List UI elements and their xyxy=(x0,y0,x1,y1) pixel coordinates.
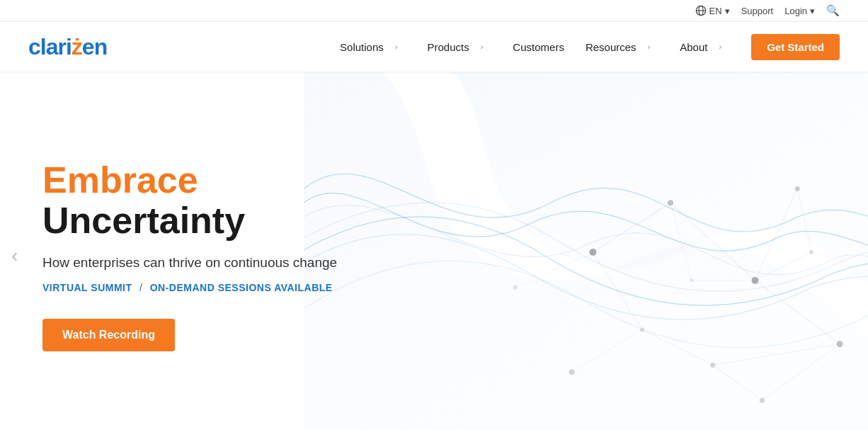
solutions-chevron: › xyxy=(387,37,406,57)
watch-recording-button[interactable]: Watch Recording xyxy=(42,319,175,351)
hero-section: ‹ Embrace Uncertainty How enterprises ca… xyxy=(0,72,868,430)
nav-item-products[interactable]: Products › xyxy=(418,31,500,62)
language-selector[interactable]: EN ▾ xyxy=(695,5,730,16)
login-chevron: ▾ xyxy=(810,6,815,16)
nav-item-get-started[interactable]: Get Started xyxy=(743,34,840,60)
nav-links: Solutions › Products › Customers Resourc… xyxy=(331,31,840,62)
globe-icon xyxy=(695,5,707,16)
products-chevron: › xyxy=(472,37,492,57)
support-link[interactable]: Support xyxy=(741,6,774,16)
resources-chevron: › xyxy=(639,37,659,57)
language-label: EN xyxy=(709,6,722,16)
nav-item-customers[interactable]: Customers xyxy=(504,35,573,59)
hero-content: Embrace Uncertainty How enterprises can … xyxy=(0,118,425,394)
hero-title-part2: Uncertainty xyxy=(42,200,245,241)
login-link[interactable]: Login ▾ xyxy=(784,6,815,16)
about-chevron: › xyxy=(710,37,730,57)
main-nav: clariżen Solutions › Products › Customer… xyxy=(0,22,868,72)
logo-text: clariżen xyxy=(28,34,107,60)
hero-tag2: ON-DEMAND SESSIONS AVAILABLE xyxy=(150,282,333,293)
top-bar: EN ▾ Support Login ▾ 🔍 xyxy=(0,0,868,22)
nav-item-solutions[interactable]: Solutions › xyxy=(331,31,414,62)
svg-point-7 xyxy=(837,341,843,347)
carousel-arrow-left[interactable]: ‹ xyxy=(11,246,18,266)
search-icon[interactable]: 🔍 xyxy=(826,4,840,17)
nav-item-about[interactable]: About › xyxy=(671,31,738,62)
hero-tag1: VIRTUAL SUMMIT xyxy=(42,282,132,293)
nav-item-resources[interactable]: Resources › xyxy=(577,31,667,62)
get-started-button[interactable]: Get Started xyxy=(751,34,840,60)
lang-chevron: ▾ xyxy=(725,6,730,16)
tag-separator: / xyxy=(139,282,142,293)
hero-title-part1: Embrace xyxy=(42,159,198,200)
hero-tags: VIRTUAL SUMMIT / ON-DEMAND SESSIONS AVAI… xyxy=(42,282,396,293)
hero-title: Embrace Uncertainty xyxy=(42,160,396,241)
hero-subtitle: How enterprises can thrive on continuous… xyxy=(42,255,396,271)
logo[interactable]: clariżen xyxy=(28,34,107,60)
